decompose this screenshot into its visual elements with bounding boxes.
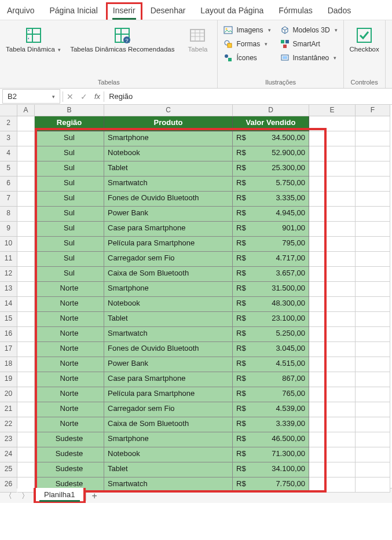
accept-formula-button[interactable]: ✓	[77, 92, 91, 101]
cell[interactable]: Norte	[35, 372, 104, 387]
cell[interactable]: R$5.750,00	[233, 177, 309, 192]
cell[interactable]	[356, 417, 390, 432]
cell[interactable]: Smartwatch	[104, 327, 233, 342]
cell[interactable]: R$795,00	[233, 237, 309, 252]
screenshot-button[interactable]: Instantâneo▾	[277, 52, 341, 64]
cell[interactable]: R$3.657,00	[233, 267, 309, 282]
row-header[interactable]: 4	[0, 146, 17, 161]
cell[interactable]	[17, 116, 35, 131]
cell[interactable]: Película para Smartphone	[104, 237, 233, 252]
cell[interactable]	[309, 161, 356, 177]
row-header[interactable]: 13	[0, 282, 17, 297]
cell[interactable]: Notebook	[104, 146, 233, 161]
cell[interactable]: Sudeste	[35, 447, 104, 462]
cell[interactable]	[356, 177, 390, 192]
row-header[interactable]: 17	[0, 342, 17, 357]
cell[interactable]: Produto	[104, 116, 233, 131]
cell[interactable]	[309, 237, 356, 252]
cell[interactable]	[309, 417, 356, 432]
cell[interactable]: R$52.900,00	[233, 146, 309, 161]
cell[interactable]	[356, 222, 390, 237]
cell[interactable]	[309, 312, 356, 327]
cell[interactable]	[17, 146, 35, 161]
shapes-button[interactable]: Formas▾	[220, 38, 274, 50]
cell[interactable]	[309, 252, 356, 267]
cell[interactable]: Notebook	[104, 297, 233, 312]
cell[interactable]	[17, 192, 35, 207]
cell[interactable]: Sul	[35, 146, 104, 161]
cell[interactable]	[309, 432, 356, 447]
cell[interactable]: Tablet	[104, 312, 233, 327]
models3d-button[interactable]: Modelos 3D▾	[277, 24, 341, 36]
cell[interactable]: Carregador sem Fio	[104, 402, 233, 417]
row-header[interactable]: 24	[0, 447, 17, 462]
cell[interactable]	[309, 372, 356, 387]
cell[interactable]: Smartphone	[104, 282, 233, 297]
row-header[interactable]: 16	[0, 327, 17, 342]
cell[interactable]: Fones de Ouvido Bluetooth	[104, 192, 233, 207]
cell[interactable]	[17, 161, 35, 177]
cell[interactable]: Caixa de Som Bluetooth	[104, 417, 233, 432]
cell[interactable]	[309, 477, 356, 493]
cell[interactable]: Norte	[35, 417, 104, 432]
cell[interactable]	[356, 207, 390, 222]
cell[interactable]	[356, 447, 390, 462]
cell[interactable]	[309, 447, 356, 462]
cell[interactable]: R$34.100,00	[233, 462, 309, 477]
cell[interactable]: R$4.717,00	[233, 252, 309, 267]
cell[interactable]	[356, 477, 390, 493]
row-header[interactable]: 9	[0, 222, 17, 237]
cell[interactable]: R$7.750,00	[233, 477, 309, 493]
cell[interactable]: Sul	[35, 192, 104, 207]
cell[interactable]	[356, 252, 390, 267]
cell[interactable]	[309, 297, 356, 312]
cell[interactable]: Película para Smartphone	[104, 387, 233, 402]
cell[interactable]: Sudeste	[35, 432, 104, 447]
cell[interactable]	[17, 282, 35, 297]
cell[interactable]	[309, 327, 356, 342]
cell[interactable]: Região	[35, 116, 104, 131]
cell[interactable]	[17, 222, 35, 237]
cell[interactable]	[17, 312, 35, 327]
cell[interactable]: Sul	[35, 161, 104, 177]
cell[interactable]: Norte	[35, 342, 104, 357]
row-header[interactable]: 21	[0, 402, 17, 417]
cell[interactable]	[309, 207, 356, 222]
row-header[interactable]: 25	[0, 462, 17, 477]
column-header-D[interactable]: D	[233, 105, 309, 116]
cell[interactable]	[356, 432, 390, 447]
pivot-table-button[interactable]: Tabela Dinâmica ▾	[2, 24, 64, 56]
cell[interactable]	[356, 116, 390, 131]
cell[interactable]	[356, 131, 390, 146]
icons-button[interactable]: Ícones	[220, 52, 274, 64]
cell[interactable]: Norte	[35, 357, 104, 372]
cell[interactable]: Case para Smartphone	[104, 372, 233, 387]
cell[interactable]: Sudeste	[35, 462, 104, 477]
row-header[interactable]: 8	[0, 207, 17, 222]
cell[interactable]: Carregador sem Fio	[104, 252, 233, 267]
cell[interactable]: Smartphone	[104, 432, 233, 447]
cell[interactable]: R$4.945,00	[233, 207, 309, 222]
row-header[interactable]: 12	[0, 267, 17, 282]
cell[interactable]	[17, 417, 35, 432]
cell[interactable]	[17, 297, 35, 312]
smartart-button[interactable]: SmartArt	[277, 38, 341, 50]
cell[interactable]: Norte	[35, 327, 104, 342]
cell[interactable]	[356, 312, 390, 327]
cell[interactable]: R$867,00	[233, 372, 309, 387]
cell[interactable]	[309, 146, 356, 161]
cell[interactable]	[309, 282, 356, 297]
cell[interactable]	[309, 402, 356, 417]
cell[interactable]: Power Bank	[104, 207, 233, 222]
cell[interactable]	[356, 327, 390, 342]
row-header[interactable]: 15	[0, 312, 17, 327]
cell[interactable]	[17, 387, 35, 402]
cell[interactable]: Fones de Ouvido Bluetooth	[104, 342, 233, 357]
cell[interactable]	[17, 477, 35, 493]
cell[interactable]: Smartphone	[104, 131, 233, 146]
formula-input[interactable]	[104, 90, 392, 103]
cell[interactable]: Smartwatch	[104, 177, 233, 192]
cell[interactable]: Norte	[35, 312, 104, 327]
column-header-C[interactable]: C	[104, 105, 233, 116]
cell[interactable]	[17, 462, 35, 477]
